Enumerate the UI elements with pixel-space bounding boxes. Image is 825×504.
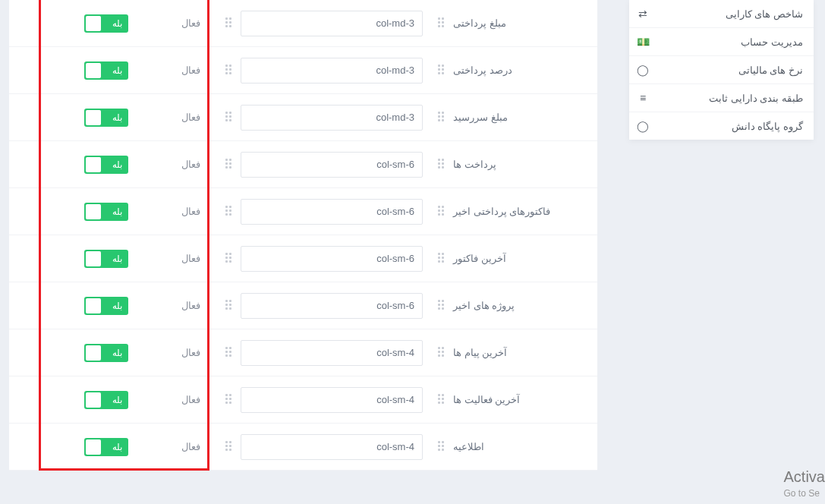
row-title: اطلاعیه	[453, 441, 484, 452]
toggle-on-label: بله	[112, 206, 122, 217]
drag-handle-icon[interactable]	[436, 206, 444, 218]
status-label: فعال	[181, 347, 204, 358]
sidebar-item-label: طبقه بندی دارایی ثابت	[657, 93, 803, 104]
drag-handle-icon[interactable]	[224, 347, 231, 359]
active-toggle[interactable]: بله	[84, 203, 128, 221]
drag-handle-icon[interactable]	[436, 17, 444, 30]
sidebar-item-tax-rates[interactable]: نرخ های مالیاتی ◯	[629, 56, 814, 84]
row-title: فاکتورهای پرداختی اخیر	[453, 206, 550, 217]
sidebar-item-fixed-asset-class[interactable]: طبقه بندی دارایی ثابت ≡	[629, 84, 814, 112]
sidebar-item-label: نرخ های مالیاتی	[657, 65, 803, 76]
drag-handle-icon[interactable]	[436, 441, 444, 453]
row-title: آخرین فعالیت ها	[453, 394, 520, 405]
settings-sidebar: شاخص های کارایی ⇄ مدیریت حساب 💵 نرخ های …	[629, 0, 814, 140]
status-label: فعال	[181, 65, 204, 76]
drag-handle-icon[interactable]	[436, 253, 444, 265]
drag-handle-icon[interactable]	[224, 112, 231, 124]
active-toggle[interactable]: بله	[84, 297, 128, 315]
row-title: درصد پرداختی	[453, 65, 512, 76]
toggle-on-label: بله	[112, 395, 122, 405]
column-class-input[interactable]	[241, 340, 423, 366]
active-toggle[interactable]: بله	[84, 61, 128, 80]
table-row: پروژه های اخیر فعال بله	[9, 282, 597, 329]
active-toggle[interactable]: بله	[84, 14, 128, 33]
status-label: فعال	[181, 159, 204, 170]
toggle-knob	[86, 345, 101, 361]
drag-handle-icon[interactable]	[436, 65, 444, 77]
table-row: اطلاعیه فعال بله	[9, 424, 597, 471]
toggle-knob	[86, 439, 101, 455]
toggle-knob	[86, 298, 101, 313]
drag-handle-icon[interactable]	[224, 65, 231, 77]
status-label: فعال	[181, 253, 204, 264]
status-label: فعال	[181, 394, 204, 405]
toggle-knob	[86, 251, 101, 266]
toggle-on-label: بله	[112, 348, 122, 358]
column-class-input[interactable]	[241, 152, 423, 178]
column-class-input[interactable]	[241, 434, 423, 460]
toggle-knob	[86, 392, 101, 408]
table-row: آخرین پیام ها فعال بله	[9, 329, 597, 376]
column-class-input[interactable]	[241, 199, 423, 225]
sidebar-item-kb-group[interactable]: گروه پایگاه دانش ◯	[629, 112, 814, 140]
sidebar-item-account-mgmt[interactable]: مدیریت حساب 💵	[629, 28, 814, 56]
sidebar-item-label: مدیریت حساب	[657, 36, 803, 48]
drag-handle-icon[interactable]	[224, 394, 231, 406]
sidebar-item-label: گروه پایگاه دانش	[657, 121, 803, 132]
drag-handle-icon[interactable]	[224, 17, 231, 30]
table-row: پرداخت ها فعال بله	[9, 141, 597, 188]
active-toggle[interactable]: بله	[84, 250, 128, 268]
toggle-on-label: بله	[112, 301, 122, 311]
drag-handle-icon[interactable]	[436, 394, 444, 406]
drag-handle-icon[interactable]	[436, 159, 444, 171]
toggle-knob	[86, 16, 101, 31]
active-toggle[interactable]: بله	[84, 344, 128, 362]
toggle-knob	[86, 110, 101, 125]
drag-handle-icon[interactable]	[224, 300, 231, 312]
drag-handle-icon[interactable]	[224, 441, 231, 453]
widget-settings-table: مبلغ پرداختی فعال بله درصد پرداختی فعال	[9, 0, 597, 471]
active-toggle[interactable]: بله	[84, 391, 128, 409]
active-toggle[interactable]: بله	[84, 109, 128, 127]
row-title: آخرین پیام ها	[453, 347, 507, 358]
active-toggle[interactable]: بله	[84, 438, 128, 456]
row-title: پروژه های اخیر	[453, 300, 515, 311]
sliders-icon: ≡	[637, 92, 649, 104]
drag-handle-icon[interactable]	[436, 112, 444, 124]
sidebar-item-label: شاخص های کارایی	[657, 8, 803, 20]
sidebar-item-kpi[interactable]: شاخص های کارایی ⇄	[629, 0, 814, 28]
column-class-input[interactable]	[241, 387, 423, 413]
status-label: فعال	[181, 300, 204, 311]
drag-handle-icon[interactable]	[224, 206, 231, 218]
column-class-input[interactable]	[241, 11, 423, 36]
column-class-input[interactable]	[241, 58, 423, 83]
drag-handle-icon[interactable]	[436, 300, 444, 312]
table-row: درصد پرداختی فعال بله	[9, 47, 597, 94]
row-title: پرداخت ها	[453, 159, 496, 170]
toggle-on-label: بله	[112, 65, 122, 76]
watermark-line1: Activa	[784, 467, 825, 487]
column-class-input[interactable]	[241, 293, 423, 319]
row-title: مبلغ پرداختی	[453, 17, 506, 29]
table-row: مبلغ سررسید فعال بله	[9, 94, 597, 141]
column-class-input[interactable]	[241, 105, 423, 131]
status-label: فعال	[181, 17, 204, 29]
drag-handle-icon[interactable]	[224, 253, 231, 265]
toggle-on-label: بله	[112, 442, 122, 452]
toggle-knob	[86, 63, 101, 78]
toggle-knob	[86, 204, 101, 219]
status-label: فعال	[181, 441, 204, 452]
circle-icon: ◯	[637, 120, 649, 132]
drag-handle-icon[interactable]	[436, 347, 444, 359]
toggle-on-label: بله	[112, 18, 122, 29]
status-label: فعال	[181, 206, 204, 217]
active-toggle[interactable]: بله	[84, 156, 128, 174]
drag-handle-icon[interactable]	[224, 159, 231, 171]
row-title: آخرین فاکتور	[453, 253, 506, 264]
watermark-line2: Go to Se	[784, 487, 825, 499]
toggle-on-label: بله	[112, 254, 122, 264]
table-row: مبلغ پرداختی فعال بله	[9, 0, 597, 47]
table-row: آخرین فاکتور فعال بله	[9, 235, 597, 282]
column-class-input[interactable]	[241, 246, 423, 272]
circle-icon: ◯	[637, 64, 649, 76]
